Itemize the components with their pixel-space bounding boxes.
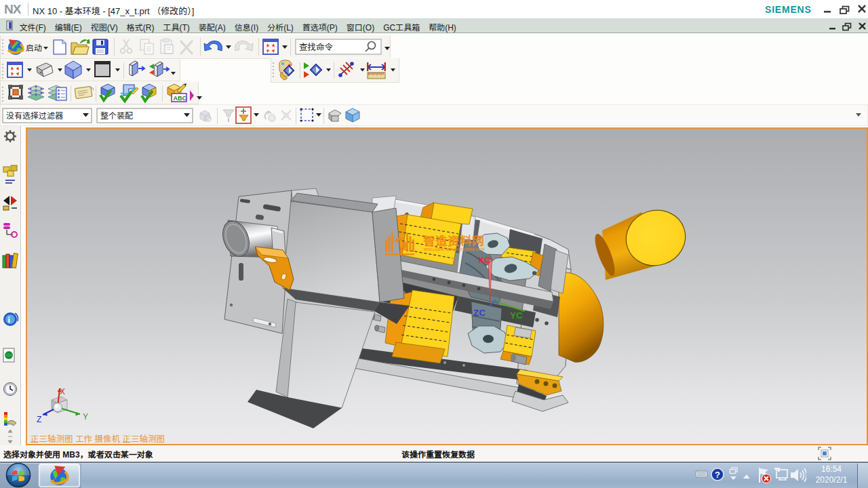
svg-text:Z: Z	[37, 415, 41, 424]
svg-text:XC: XC	[478, 255, 491, 265]
svg-text:X: X	[60, 388, 65, 396]
svg-text:整个装配: 整个装配	[100, 111, 133, 121]
svg-text:启动: 启动	[26, 43, 42, 53]
svg-text:ABC: ABC	[174, 95, 187, 102]
svg-text:YC: YC	[510, 310, 523, 321]
svg-text:没有选择过滤器: 没有选择过滤器	[6, 111, 63, 121]
svg-text:NX: NX	[4, 2, 22, 16]
svg-text:查找命令: 查找命令	[299, 43, 334, 52]
svg-text:?: ?	[715, 470, 720, 480]
svg-text:ZC: ZC	[473, 308, 486, 318]
svg-text:Y: Y	[83, 412, 88, 422]
